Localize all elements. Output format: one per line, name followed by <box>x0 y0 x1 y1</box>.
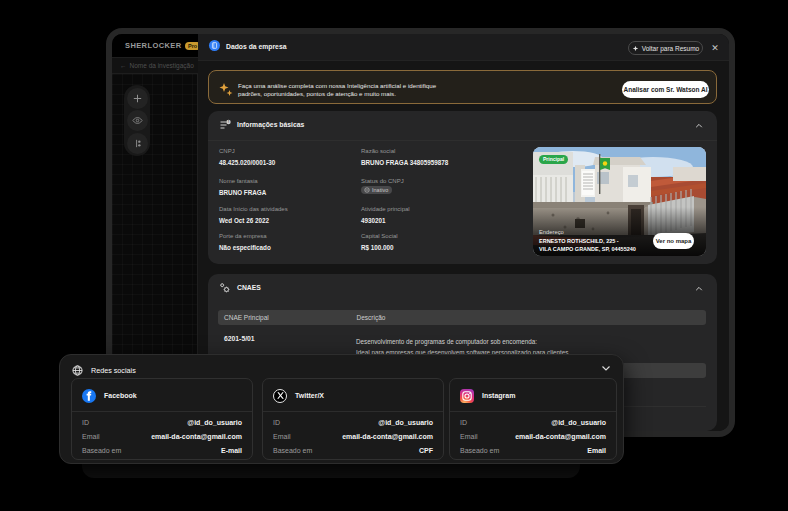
svg-text:!: ! <box>228 120 229 124</box>
